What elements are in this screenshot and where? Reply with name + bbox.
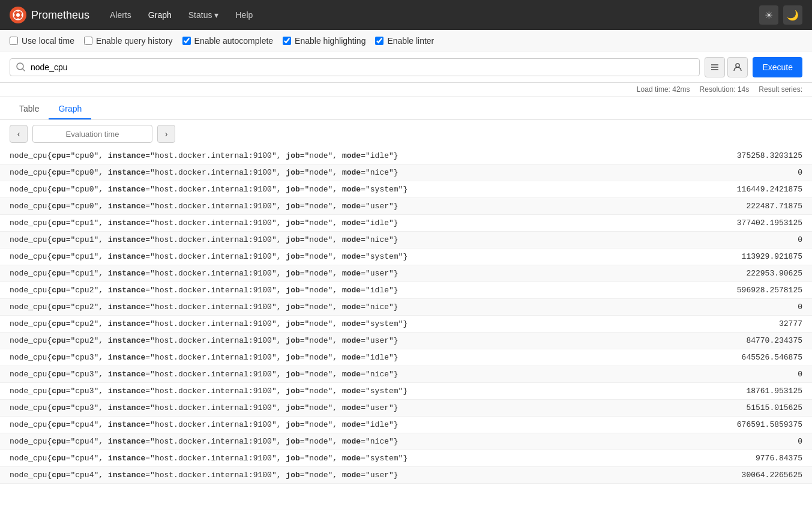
label-key: mode <box>342 420 361 429</box>
results-table-wrap: node_cpu{cpu="cpu0", instance="host.dock… <box>0 148 812 484</box>
table-row: node_cpu{cpu="cpu1", instance="host.dock… <box>0 215 812 232</box>
enable-linter-checkbox[interactable] <box>375 37 383 45</box>
metric-name: node_cpu <box>10 319 47 328</box>
execute-button[interactable]: Execute <box>753 57 802 77</box>
label-key: job <box>286 286 299 295</box>
label-key: cpu <box>52 403 65 412</box>
label-key: job <box>286 218 299 227</box>
label-key: mode <box>342 303 361 312</box>
label-key: instance <box>108 353 145 362</box>
label-key: job <box>286 269 299 278</box>
tab-graph[interactable]: Graph <box>49 99 91 119</box>
use-local-time-label[interactable]: Use local time <box>10 36 74 46</box>
navbar: Prometheus Alerts Graph Status ▾ Help ☀ … <box>0 0 812 30</box>
table-row: node_cpu{cpu="cpu2", instance="host.dock… <box>0 333 812 349</box>
label-key: cpu <box>52 437 65 446</box>
enable-autocomplete-label[interactable]: Enable autocomplete <box>182 36 274 46</box>
evaluation-time-input[interactable] <box>32 125 152 143</box>
metric-cell: node_cpu{cpu="cpu0", instance="host.dock… <box>0 148 692 164</box>
label-key: instance <box>108 454 145 463</box>
light-mode-button[interactable]: ☀ <box>759 5 778 25</box>
enable-query-history-label[interactable]: Enable query history <box>84 36 173 46</box>
dark-mode-button[interactable]: 🌙 <box>783 5 802 25</box>
enable-highlighting-checkbox[interactable] <box>283 37 291 45</box>
brand-name: Prometheus <box>31 9 89 22</box>
label-key: mode <box>342 235 361 244</box>
enable-query-history-checkbox[interactable] <box>84 37 92 45</box>
label-key: instance <box>108 151 145 160</box>
nav-status-button[interactable]: Status ▾ <box>182 7 225 23</box>
metric-cell: node_cpu{cpu="cpu2", instance="host.dock… <box>0 316 692 333</box>
label-key: cpu <box>52 336 65 345</box>
label-key: job <box>286 235 299 244</box>
table-row: node_cpu{cpu="cpu3", instance="host.dock… <box>0 366 812 383</box>
metric-name: node_cpu <box>10 336 47 345</box>
metric-name: node_cpu <box>10 437 47 446</box>
label-key: cpu <box>52 370 65 379</box>
table-row: node_cpu{cpu="cpu2", instance="host.dock… <box>0 316 812 333</box>
value-cell: 0 <box>692 299 812 316</box>
label-key: job <box>286 403 299 412</box>
nav-status-dropdown: Status ▾ <box>182 7 225 23</box>
prev-eval-button[interactable]: ‹ <box>10 125 28 143</box>
metric-cell: node_cpu{cpu="cpu2", instance="host.dock… <box>0 282 692 299</box>
enable-autocomplete-checkbox[interactable] <box>182 37 191 45</box>
label-key: instance <box>108 319 145 328</box>
label-key: job <box>286 437 299 446</box>
nav-help[interactable]: Help <box>229 7 259 23</box>
label-key: job <box>286 303 299 312</box>
label-key: instance <box>108 252 145 261</box>
metric-cell: node_cpu{cpu="cpu3", instance="host.dock… <box>0 366 692 383</box>
label-key: job <box>286 471 299 480</box>
label-key: mode <box>342 403 361 412</box>
next-eval-button[interactable]: › <box>157 125 175 143</box>
tab-table[interactable]: Table <box>10 99 49 119</box>
label-key: job <box>286 168 299 177</box>
search-icon <box>16 62 26 72</box>
label-key: job <box>286 202 299 211</box>
brand: Prometheus <box>10 7 89 23</box>
table-row: node_cpu{cpu="cpu3", instance="host.dock… <box>0 383 812 400</box>
nav-graph[interactable]: Graph <box>142 7 178 23</box>
label-key: instance <box>108 370 145 379</box>
label-key: mode <box>342 353 361 362</box>
label-key: instance <box>108 286 145 295</box>
use-local-time-checkbox[interactable] <box>10 37 18 45</box>
label-key: instance <box>108 420 145 429</box>
label-key: mode <box>342 319 361 328</box>
metric-name: node_cpu <box>10 471 47 480</box>
label-key: instance <box>108 202 145 211</box>
table-body: node_cpu{cpu="cpu0", instance="host.dock… <box>0 148 812 484</box>
label-key: mode <box>342 185 361 194</box>
label-key: job <box>286 387 299 396</box>
value-cell: 116449.2421875 <box>692 181 812 198</box>
label-key: instance <box>108 403 145 412</box>
value-cell: 222953.90625 <box>692 265 812 282</box>
svg-point-1 <box>16 13 20 17</box>
value-cell: 222487.71875 <box>692 198 812 215</box>
list-icon-button[interactable] <box>705 57 725 77</box>
metric-name: node_cpu <box>10 218 47 227</box>
search-input[interactable]: node_cpu <box>31 62 693 72</box>
label-key: cpu <box>52 471 65 480</box>
metric-name: node_cpu <box>10 286 47 295</box>
tabs: Table Graph <box>0 99 812 120</box>
metric-name: node_cpu <box>10 252 47 261</box>
user-icon-button[interactable] <box>727 57 748 77</box>
value-cell: 9776.84375 <box>692 450 812 467</box>
svg-line-7 <box>23 69 25 71</box>
label-key: mode <box>342 286 361 295</box>
metric-cell: node_cpu{cpu="cpu2", instance="host.dock… <box>0 299 692 316</box>
table-row: node_cpu{cpu="cpu4", instance="host.dock… <box>0 417 812 433</box>
metric-name: node_cpu <box>10 454 47 463</box>
nav-alerts[interactable]: Alerts <box>104 7 137 23</box>
metric-cell: node_cpu{cpu="cpu4", instance="host.dock… <box>0 417 692 433</box>
value-cell: 676591.5859375 <box>692 417 812 433</box>
metric-cell: node_cpu{cpu="cpu3", instance="host.dock… <box>0 349 692 366</box>
label-key: job <box>286 454 299 463</box>
table-row: node_cpu{cpu="cpu0", instance="host.dock… <box>0 164 812 181</box>
enable-linter-label[interactable]: Enable linter <box>375 36 434 46</box>
table-row: node_cpu{cpu="cpu2", instance="host.dock… <box>0 282 812 299</box>
enable-highlighting-label[interactable]: Enable highlighting <box>283 36 365 46</box>
label-key: instance <box>108 235 145 244</box>
